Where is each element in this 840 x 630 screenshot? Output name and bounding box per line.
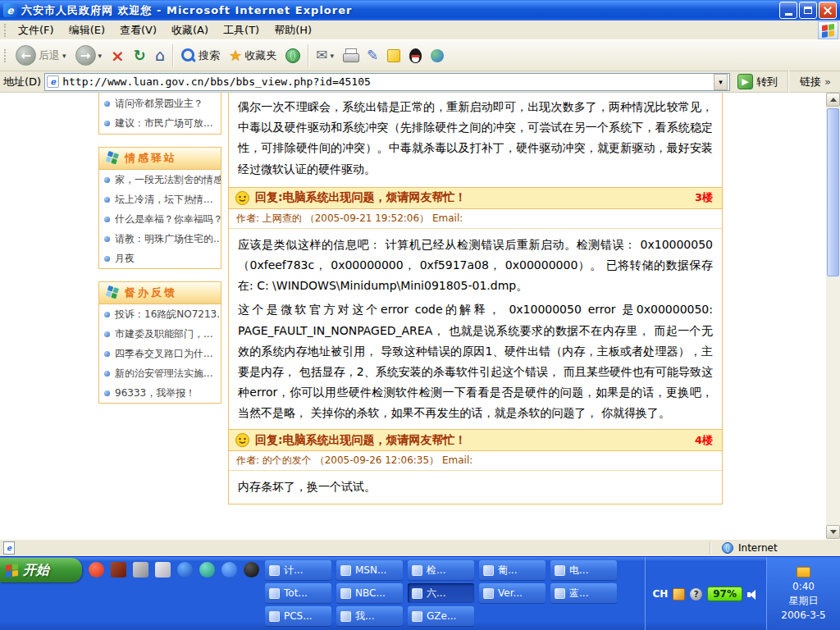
sidebar-topic-link[interactable]: 市建委及职能部门，... [99,324,221,344]
close-button[interactable] [819,2,837,19]
back-button[interactable]: ← 后退 ▾ [11,43,71,69]
input-method-indicator[interactable]: CH [652,588,668,600]
menu-tools[interactable]: 工具(T) [216,21,267,40]
mail-dropdown-icon[interactable]: ▾ [330,52,334,60]
task-button[interactable]: MSN... [336,560,403,580]
task-button-active[interactable]: 六... [408,583,474,603]
menu-edit[interactable]: 编辑(E) [62,21,112,40]
task-button[interactable]: 我... [336,606,403,626]
print-button[interactable] [339,43,362,69]
forward-button[interactable]: → ▾ [71,43,107,69]
quicklaunch-app-icon-6[interactable] [199,562,215,578]
search-button[interactable]: 搜索 [176,43,224,69]
quicklaunch-app-icon-3[interactable] [133,562,148,578]
refresh-icon: ↻ [134,48,146,63]
stop-icon: × [111,48,125,64]
app-icon [412,611,422,622]
task-button[interactable]: Tot... [265,583,331,603]
menu-favorites[interactable]: 收藏(A) [164,21,216,40]
reply-title: 回复:电脑系统出现问题，烦请网友帮忙！ [255,190,689,205]
media-button[interactable] [281,43,304,69]
address-input[interactable] [62,75,710,88]
app-icon [269,565,280,576]
sidebar-topic-link[interactable]: 投诉：16路皖NO7213... [99,304,221,324]
stop-button[interactable]: × [107,43,129,69]
sidebar-topic-link[interactable]: 请教：明珠广场住宅的... [99,229,221,249]
quicklaunch-app-icon-1[interactable] [89,562,104,578]
bullet-icon [104,331,110,337]
task-button[interactable]: NBC... [336,583,403,603]
internet-zone-label: Internet [738,542,778,554]
home-button[interactable]: ⌂ [151,43,169,69]
clock-weekday: 星期日 [789,594,819,608]
back-dropdown-icon[interactable]: ▾ [62,52,66,60]
task-button[interactable]: 蓝... [550,583,617,603]
tray-help-icon[interactable]: ? [690,588,702,600]
maximize-button[interactable] [799,2,817,19]
battery-percent-badge[interactable]: 97% [707,587,742,601]
volume-speaker-icon[interactable] [747,588,760,600]
links-toolbar[interactable]: 链接 » [794,75,837,89]
go-button[interactable]: ▶ 转到 [733,74,782,89]
favorites-button[interactable]: ★ 收藏夹 [225,43,281,69]
qq-icon[interactable] [244,562,259,578]
messenger-button[interactable] [427,43,448,69]
close-icon [823,6,833,16]
sidebar-topic-link[interactable]: 请问帝都景园业主？ [99,94,221,113]
sidebar-topic-link[interactable]: 新的治安管理法实施... [99,363,221,383]
clock-date: 2006-3-5 [781,609,825,621]
task-button[interactable]: 检... [408,560,474,580]
sidebar-topic-link[interactable]: 建议：市民广场可放... [99,113,221,133]
mail-icon: ✉ [316,48,327,62]
sidebar-topic-link[interactable]: 家，一段无法割舍的情感 [99,170,221,189]
refresh-button[interactable]: ↻ [130,43,150,69]
system-tray: CH ? 97% [645,557,766,630]
section-diamond-icon [105,151,121,167]
bullet-icon [104,236,110,242]
tray-app-icon-1[interactable] [673,588,685,600]
task-button[interactable]: 计... [265,560,331,580]
floor-badge: 3楼 [695,190,715,205]
task-button[interactable]: 电... [550,560,617,580]
smiley-icon [235,191,249,205]
task-button[interactable]: 葡... [479,560,546,580]
minimize-button[interactable] [779,2,797,19]
sidebar-topic-link[interactable]: 坛上冷清，坛下热情... [99,189,221,209]
quicklaunch-app-icon-5[interactable] [177,562,193,578]
menu-view[interactable]: 查看(V) [112,21,164,40]
mail-button[interactable]: ✉ ▾ [312,43,338,69]
qq-button[interactable] [405,43,426,69]
forward-dropdown-icon[interactable]: ▾ [98,52,103,60]
vertical-scrollbar[interactable] [826,93,840,539]
sidebar-topic-link[interactable]: 什么是幸福？你幸福吗？ [99,209,221,229]
internet-explorer-icon[interactable] [221,562,237,578]
search-label: 搜索 [199,48,220,63]
task-button-label: 计... [284,564,303,578]
windows-flag-icon [822,23,834,37]
quicklaunch-app-icon-4[interactable] [155,562,171,578]
discuss-button[interactable] [383,43,404,69]
quicklaunch-app-icon-2[interactable] [111,562,126,578]
menu-file[interactable]: 文件(F) [11,21,62,40]
sidebar-topic-link[interactable]: 96333，我举报！ [99,383,221,403]
start-button[interactable]: 开始 [0,558,82,582]
chevron-overflow-icon[interactable]: » [824,75,831,88]
task-button[interactable]: Ver... [479,583,546,603]
task-button-label: Tot... [284,587,308,599]
scrollbar-thumb[interactable] [827,108,839,276]
post-paragraph: 这个是微软官方对这个error code的解释， 0x10000050 erro… [238,299,713,423]
app-icon [340,588,351,599]
scroll-up-button[interactable] [826,93,840,107]
topic-label: 新的治安管理法实施... [115,367,212,381]
clock-panel[interactable]: 0:40 星期日 2006-3-5 [766,557,840,630]
section-diamond-icon [105,285,121,301]
sidebar-topic-link[interactable]: 四季春交叉路口为什... [99,344,221,363]
sidebar-topic-link[interactable]: 月夜 [99,249,221,268]
topic-label: 请问帝都景园业主？ [115,97,203,111]
menu-help[interactable]: 帮助(H) [267,21,319,40]
scroll-down-button[interactable] [826,525,840,539]
edit-button[interactable]: ✎ [363,43,382,69]
task-button[interactable]: PCS... [265,606,331,626]
task-button[interactable]: GZe... [408,606,474,626]
address-dropdown-button[interactable]: ▾ [714,74,728,90]
